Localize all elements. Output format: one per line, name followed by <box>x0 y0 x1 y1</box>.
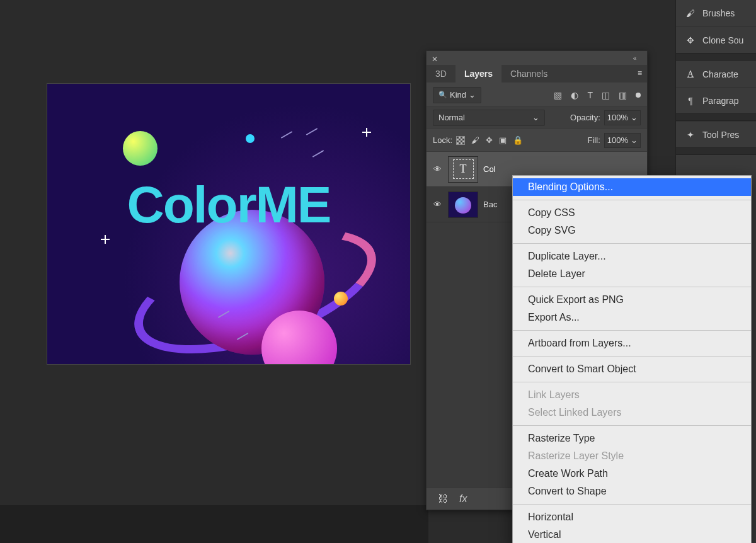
dock-label: Clone Sou <box>702 35 743 45</box>
filter-shape-icon[interactable]: ◫ <box>602 90 610 100</box>
lock-paint-icon[interactable]: 🖌 <box>471 135 479 145</box>
menu-separator <box>513 356 751 357</box>
document-tab-bar <box>0 505 428 543</box>
blend-row: Normal ⌄ Opacity: 100% ⌄ <box>427 106 647 129</box>
search-icon: 🔍 <box>438 91 447 99</box>
kind-label: Kind <box>450 90 466 100</box>
lock-position-icon[interactable]: ✥ <box>486 135 493 145</box>
menu-convert-smart-object[interactable]: Convert to Smart Object <box>513 360 751 378</box>
menu-separator <box>513 330 751 331</box>
visibility-toggle-icon[interactable]: 👁 <box>432 200 443 209</box>
menu-rasterize-type[interactable]: Rasterize Type <box>513 430 751 447</box>
menu-rasterize-layer-style: Rasterize Layer Style <box>513 447 751 465</box>
small-planet-green <box>123 131 158 166</box>
star-dot <box>246 134 255 143</box>
filter-adjustment-icon[interactable]: ◐ <box>571 90 578 100</box>
dock-label: Characte <box>702 69 738 79</box>
filter-type-icon[interactable]: T <box>587 90 593 100</box>
menu-convert-to-shape[interactable]: Convert to Shape <box>513 483 751 500</box>
panel-close-button[interactable]: ✕ <box>432 55 438 64</box>
thumbnail-art <box>455 197 471 214</box>
menu-select-linked-layers: Select Linked Layers <box>513 404 751 421</box>
fill-value: 100% <box>607 135 628 145</box>
clone-source-icon: ✥ <box>685 35 696 45</box>
layer-context-menu: Blending Options... Copy CSS Copy SVG Du… <box>512 175 752 543</box>
paragraph-panel-icon: ¶ <box>685 96 696 106</box>
menu-duplicate-layer[interactable]: Duplicate Layer... <box>513 248 751 265</box>
menu-blending-options[interactable]: Blending Options... <box>513 178 751 196</box>
menu-artboard-from-layers[interactable]: Artboard from Layers... <box>513 334 751 352</box>
document-viewport[interactable]: ColorME <box>0 0 428 543</box>
menu-separator <box>513 287 751 287</box>
menu-separator <box>513 425 751 426</box>
small-planet-orange <box>334 292 348 306</box>
visibility-toggle-icon[interactable]: 👁 <box>432 164 443 174</box>
layer-effects-button[interactable]: fx <box>459 493 467 505</box>
blend-mode-value: Normal <box>438 113 465 122</box>
filter-pixel-icon[interactable]: ▧ <box>554 90 562 100</box>
fill-input[interactable]: 100% ⌄ <box>604 133 641 148</box>
layer-thumbnail[interactable] <box>448 191 478 218</box>
chevron-down-icon: ⌄ <box>631 113 638 122</box>
menu-separator <box>513 504 751 505</box>
lock-all-icon[interactable]: 🔒 <box>513 135 523 145</box>
dock-separator <box>676 147 756 155</box>
menu-separator <box>513 200 751 200</box>
chevron-down-icon: ⌄ <box>631 135 638 145</box>
menu-create-work-path[interactable]: Create Work Path <box>513 465 751 483</box>
opacity-label: Opacity: <box>570 113 600 122</box>
chevron-down-icon: ⌄ <box>469 90 476 100</box>
tab-layers[interactable]: Layers <box>455 65 501 83</box>
panel-menu-button[interactable]: ≡ <box>638 65 642 83</box>
lock-transparency-icon[interactable] <box>456 136 465 145</box>
opacity-input[interactable]: 100% ⌄ <box>604 110 641 125</box>
menu-copy-svg[interactable]: Copy SVG <box>513 222 751 239</box>
menu-vertical[interactable]: Vertical <box>513 526 751 543</box>
blend-mode-select[interactable]: Normal ⌄ <box>433 110 545 126</box>
sparkle-icon <box>101 235 110 244</box>
dock-item-paragraph[interactable]: ¶ Paragrap <box>676 87 756 113</box>
lock-artboard-icon[interactable]: ▣ <box>499 135 507 145</box>
lock-label: Lock: <box>433 135 452 145</box>
dock-label: Tool Pres <box>702 130 739 140</box>
menu-copy-css[interactable]: Copy CSS <box>513 204 751 222</box>
menu-link-layers: Link Layers <box>513 386 751 404</box>
character-panel-icon: A <box>685 69 696 79</box>
layer-name[interactable]: Col <box>483 164 496 174</box>
dock-item-clone-source[interactable]: ✥ Clone Sou <box>676 26 756 53</box>
filter-smartobject-icon[interactable]: ▥ <box>619 90 627 100</box>
panel-tabstrip: 3D Layers Channels ≡ <box>427 65 647 83</box>
dock-item-brushes[interactable]: 🖌 Brushes <box>676 0 756 26</box>
layer-filter-row: 🔍 Kind ⌄ ▧ ◐ T ◫ ▥ <box>427 84 647 106</box>
dock-separator <box>676 53 756 60</box>
dock-separator <box>676 113 756 121</box>
tab-channels[interactable]: Channels <box>501 65 556 83</box>
chevron-down-icon: ⌄ <box>532 113 539 122</box>
dock-label: Brushes <box>702 8 735 18</box>
tab-3d[interactable]: 3D <box>427 65 455 83</box>
tool-presets-icon: ✦ <box>685 130 696 140</box>
opacity-value: 100% <box>607 113 628 122</box>
panel-collapse-button[interactable]: « <box>628 55 642 62</box>
filter-toggle-switch[interactable] <box>636 93 641 98</box>
menu-quick-export-png[interactable]: Quick Export as PNG <box>513 291 751 309</box>
lock-row: Lock: 🖌 ✥ ▣ 🔒 Fill: 100% ⌄ <box>427 129 647 152</box>
type-layer-icon: T <box>453 159 474 179</box>
sparkle-icon <box>362 128 371 137</box>
link-layers-icon[interactable]: ⛓ <box>438 493 448 505</box>
menu-separator <box>513 382 751 382</box>
menu-separator <box>513 243 751 244</box>
artboard[interactable]: ColorME <box>47 84 410 364</box>
layer-thumbnail[interactable]: T <box>448 156 478 183</box>
fill-label: Fill: <box>588 135 600 145</box>
artboard-title-text: ColorME <box>47 175 410 234</box>
menu-export-as[interactable]: Export As... <box>513 309 751 326</box>
dock-item-character[interactable]: A Characte <box>676 60 756 87</box>
menu-horizontal[interactable]: Horizontal <box>513 508 751 526</box>
layer-name[interactable]: Bac <box>483 200 497 209</box>
menu-delete-layer[interactable]: Delete Layer <box>513 265 751 283</box>
dock-label: Paragrap <box>702 96 739 106</box>
dock-item-tool-presets[interactable]: ✦ Tool Pres <box>676 121 756 147</box>
layer-filter-kind[interactable]: 🔍 Kind ⌄ <box>433 87 481 103</box>
brushes-icon: 🖌 <box>685 8 696 18</box>
